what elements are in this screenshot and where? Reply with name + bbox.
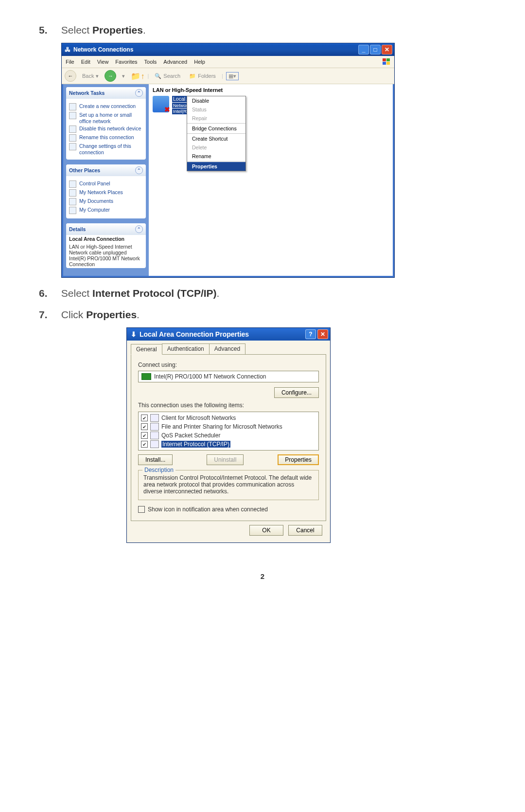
collapse-icon[interactable]: ⌃	[135, 89, 143, 97]
svg-rect-2	[383, 62, 386, 65]
items-label: This connection uses the following items…	[138, 402, 319, 409]
link-icon	[69, 180, 76, 188]
checkbox[interactable]: ✔	[141, 432, 148, 439]
item-qos-scheduler[interactable]: ✔ QoS Packet Scheduler	[140, 431, 317, 440]
minimize-button[interactable]: _	[358, 45, 369, 54]
network-icon: 🖧	[65, 46, 70, 53]
menu-edit[interactable]: Edit	[81, 59, 90, 65]
forward-button[interactable]: →	[105, 70, 116, 82]
install-button[interactable]: Install...	[138, 454, 173, 465]
menu-tools[interactable]: Tools	[144, 59, 157, 65]
tab-authentication[interactable]: Authentication	[162, 343, 210, 354]
task-change-settings[interactable]: Change settings of this connection	[69, 143, 143, 155]
details-name: Local Area Connection	[69, 236, 143, 242]
ctx-bridge[interactable]: Bridge Connections	[187, 124, 245, 133]
sidebar: Network Tasks ⌃ Create a new connection …	[63, 84, 149, 276]
collapse-icon[interactable]: ⌃	[135, 225, 143, 233]
items-list[interactable]: ✔ Client for Microsoft Networks ✔ File a…	[138, 412, 319, 451]
connection-item[interactable]: Local Area Connection Network cable unpl…	[149, 94, 393, 116]
menu-help[interactable]: Help	[194, 59, 205, 65]
show-icon-checkbox[interactable]	[138, 506, 145, 513]
menu-advanced[interactable]: Advanced	[163, 59, 187, 65]
folders-button[interactable]: 📁 Folders	[186, 72, 219, 80]
context-menu: Disable Status Repair Bridge Connections…	[187, 96, 246, 171]
network-connections-window: 🖧 Network Connections _ □ ✕ File Edit Vi…	[61, 43, 395, 278]
configure-button[interactable]: Configure...	[274, 387, 319, 398]
back-label[interactable]: Back ▾	[79, 72, 102, 80]
step-text-post: .	[137, 309, 140, 320]
place-control-panel[interactable]: Control Panel	[69, 180, 143, 188]
place-my-computer[interactable]: My Computer	[69, 207, 143, 214]
step-number: 5.	[39, 24, 52, 36]
item-icon	[150, 440, 159, 448]
dialog-titlebar[interactable]: ⬇ Local Area Connection Properties ? ✕	[127, 328, 330, 341]
step-5: 5. Select Properties.	[39, 24, 486, 36]
step-text-bold: Internet Protocol (TCP/IP)	[92, 288, 217, 299]
step-text-post: .	[143, 24, 146, 36]
tab-advanced[interactable]: Advanced	[209, 343, 245, 354]
task-create-connection[interactable]: Create a new connection	[69, 103, 143, 110]
dialog-icon: ⬇	[131, 330, 137, 338]
ctx-delete: Delete	[187, 143, 245, 152]
link-icon	[69, 112, 76, 119]
step-text-bold: Properties	[86, 309, 137, 320]
collapse-icon[interactable]: ⌃	[135, 166, 143, 174]
category-header: LAN or High-Speed Internet	[149, 84, 393, 94]
maximize-button[interactable]: □	[370, 45, 381, 54]
step-text-bold: Properties	[92, 24, 143, 36]
ctx-shortcut[interactable]: Create Shortcut	[187, 134, 245, 143]
item-label: QoS Packet Scheduler	[161, 432, 220, 439]
close-button[interactable]: ✕	[382, 45, 392, 54]
item-icon	[150, 423, 159, 431]
svg-rect-1	[386, 58, 390, 61]
tab-general[interactable]: General	[131, 344, 162, 355]
close-button[interactable]: ✕	[317, 329, 328, 339]
cancel-button[interactable]: Cancel	[288, 525, 322, 536]
ctx-disable[interactable]: Disable	[187, 96, 245, 105]
page-number: 2	[39, 572, 486, 580]
menu-file[interactable]: File	[66, 59, 74, 65]
item-label: Client for Microsoft Networks	[161, 415, 236, 421]
up-button[interactable]: 📁↑	[131, 72, 144, 81]
window-title: Network Connections	[73, 46, 133, 53]
details-line: Network cable unplugged	[69, 250, 143, 255]
step-text-post: .	[217, 288, 220, 299]
item-tcpip[interactable]: ✔ Internet Protocol (TCP/IP)	[140, 440, 317, 449]
step-text-pre: Click	[61, 309, 86, 320]
ok-button[interactable]: OK	[249, 525, 283, 536]
properties-button[interactable]: Properties	[278, 454, 319, 465]
back-button[interactable]: ←	[65, 70, 76, 82]
main-area: LAN or High-Speed Internet Local Area Co…	[149, 84, 393, 276]
search-button[interactable]: 🔍 Search	[152, 72, 183, 80]
ctx-properties[interactable]: Properties	[187, 162, 245, 171]
uninstall-button: Uninstall	[207, 454, 244, 465]
task-rename-connection[interactable]: Rename this connection	[69, 134, 143, 142]
description-text: Transmission Control Protocol/Internet P…	[143, 474, 312, 495]
item-label: Internet Protocol (TCP/IP)	[161, 441, 230, 448]
ctx-status: Status	[187, 105, 245, 114]
link-icon	[69, 189, 76, 197]
ctx-repair: Repair	[187, 114, 245, 123]
item-label: File and Printer Sharing for Microsoft N…	[161, 423, 282, 430]
menu-favorites[interactable]: Favorites	[115, 59, 137, 65]
window-titlebar[interactable]: 🖧 Network Connections _ □ ✕	[62, 43, 394, 56]
network-tasks-panel: Network Tasks ⌃ Create a new connection …	[66, 87, 146, 160]
checkbox[interactable]: ✔	[141, 415, 148, 421]
item-icon	[150, 414, 159, 422]
place-network-places[interactable]: My Network Places	[69, 189, 143, 197]
checkbox[interactable]: ✔	[141, 441, 148, 448]
menu-view[interactable]: View	[97, 59, 109, 65]
ctx-rename[interactable]: Rename	[187, 152, 245, 161]
help-button[interactable]: ?	[305, 329, 316, 339]
checkbox[interactable]: ✔	[141, 423, 148, 430]
task-setup-network[interactable]: Set up a home or small office network	[69, 112, 143, 124]
place-my-documents[interactable]: My Documents	[69, 198, 143, 205]
step-7: 7. Click Properties.	[39, 309, 486, 321]
link-icon	[69, 207, 76, 214]
task-disable-device[interactable]: Disable this network device	[69, 126, 143, 133]
forward-dropdown[interactable]: ▾	[119, 72, 128, 80]
nic-field: Intel(R) PRO/1000 MT Network Connection	[138, 371, 319, 382]
views-button[interactable]: ▦▾	[226, 72, 239, 80]
item-file-printer-sharing[interactable]: ✔ File and Printer Sharing for Microsoft…	[140, 422, 317, 431]
item-client-ms-networks[interactable]: ✔ Client for Microsoft Networks	[140, 414, 317, 422]
